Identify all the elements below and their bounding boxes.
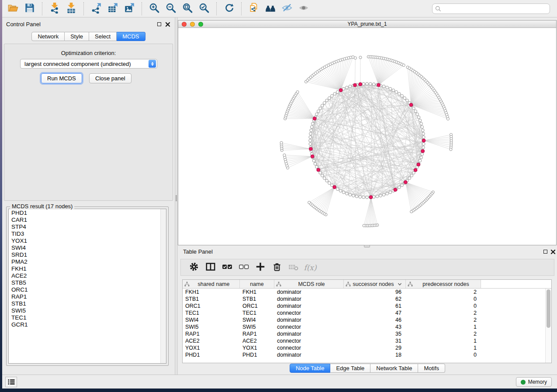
table-row[interactable]: ORC1ORC1dominator610	[183, 303, 545, 309]
table-cell: RAP1	[240, 330, 274, 337]
table-cell: dominator	[274, 303, 344, 309]
mcds-result-item[interactable]: TEC1	[11, 314, 166, 321]
table-cell: RAP1	[183, 330, 240, 337]
table-row[interactable]: ACE2ACE2connector311	[183, 337, 545, 344]
mcds-result-item[interactable]: STB1	[11, 300, 166, 307]
toolbar-separator	[83, 2, 84, 15]
deselect-all-button[interactable]	[237, 261, 251, 275]
column-header-mcds-role[interactable]: MCDS role	[274, 280, 344, 288]
float-icon	[157, 22, 161, 26]
split-panel-button[interactable]	[204, 261, 218, 275]
memory-button[interactable]: Memory	[516, 377, 552, 387]
export-table-icon	[107, 2, 118, 15]
run-mcds-button[interactable]: Run MCDS	[41, 73, 82, 83]
network-window-titlebar[interactable]: YPA_prune.txt_1	[178, 21, 556, 28]
task-history-button[interactable]	[5, 377, 17, 387]
table-scrollbar[interactable]	[545, 289, 551, 363]
table-cell: SWI5	[240, 323, 274, 330]
mcds-result-item[interactable]: SWI4	[11, 244, 166, 251]
maximize-window-icon[interactable]	[198, 22, 203, 27]
table-row[interactable]: FKH1FKH1dominator962	[183, 289, 545, 296]
save-session-button[interactable]	[22, 1, 37, 16]
zoom-in-icon	[149, 2, 160, 15]
table-scrollbar-thumb[interactable]	[547, 289, 550, 328]
export-image-icon	[124, 2, 135, 15]
split-panel-icon	[205, 261, 216, 274]
add-column-button[interactable]	[253, 261, 267, 275]
tab-network[interactable]: Network	[31, 32, 65, 41]
mcds-result-item[interactable]: PHD1	[11, 210, 166, 217]
hide-selected-button[interactable]	[280, 1, 294, 16]
float-table-panel-button[interactable]	[542, 248, 549, 255]
open-file-button[interactable]	[6, 1, 21, 16]
clone-network-button[interactable]	[246, 1, 261, 16]
mcds-result-item[interactable]: TID3	[11, 230, 166, 237]
tab-node-table[interactable]: Node Table	[290, 364, 331, 373]
horizontal-splitter-grip[interactable]	[364, 245, 370, 248]
close-control-panel-button[interactable]	[164, 21, 171, 28]
table-row[interactable]: YOX1YOX1connector291	[183, 344, 545, 351]
column-header-successor-nodes[interactable]: successor nodes	[344, 280, 406, 288]
mcds-result-item[interactable]: CAR1	[11, 217, 166, 224]
column-header-shared-name[interactable]: shared name	[183, 280, 240, 288]
mcds-result-item[interactable]: SRD1	[11, 251, 166, 258]
mcds-result-item[interactable]: STP4	[11, 224, 166, 230]
splitter-grip-icon[interactable]	[176, 195, 177, 201]
column-header-predecessor-nodes[interactable]: predecessor nodes	[406, 280, 481, 288]
table-cell: STB1	[183, 296, 240, 303]
delete-column-button[interactable]	[270, 261, 284, 275]
tab-edge-table[interactable]: Edge Table	[330, 364, 370, 373]
tab-style[interactable]: Style	[65, 32, 89, 41]
table-row[interactable]: RAP1RAP1dominator352	[183, 330, 545, 337]
zoom-selected-button[interactable]	[197, 1, 211, 16]
mcds-result-list[interactable]: PHD1CAR1STP4TID3YOX1SWI4SRD1PMA2FKH1ACE2…	[8, 209, 166, 364]
import-network-button[interactable]	[47, 1, 62, 16]
float-control-panel-button[interactable]	[156, 21, 163, 28]
mcds-list-scrollbar[interactable]	[160, 209, 166, 363]
table-cell: 0	[406, 303, 481, 309]
table-row[interactable]: STB1STB1dominator620	[183, 296, 545, 303]
tab-network-table[interactable]: Network Table	[370, 364, 418, 373]
mcds-result-item[interactable]: RAP1	[11, 293, 166, 300]
show-all-button[interactable]	[296, 1, 311, 16]
mcds-result-item[interactable]: STB5	[11, 279, 166, 286]
deselect-all-icon	[238, 261, 249, 274]
refresh-button[interactable]	[221, 1, 236, 16]
close-mcds-panel-button[interactable]: Close panel	[89, 73, 131, 83]
export-table-button[interactable]	[105, 1, 120, 16]
table-cell: 35	[344, 330, 406, 337]
close-window-icon[interactable]	[182, 22, 187, 27]
mcds-result-item[interactable]: FKH1	[11, 265, 166, 272]
minimize-window-icon[interactable]	[190, 22, 195, 27]
settings-gear-button[interactable]	[187, 261, 201, 275]
table-row[interactable]: TEC1TEC1connector472	[183, 309, 545, 316]
table-row[interactable]: SWI5SWI5connector431	[183, 323, 545, 330]
tab-select[interactable]: Select	[89, 32, 117, 41]
mcds-result-item[interactable]: SWI5	[11, 307, 166, 314]
tab-motifs[interactable]: Motifs	[418, 364, 445, 373]
close-table-panel-button[interactable]	[550, 248, 557, 255]
zoom-out-button[interactable]	[163, 1, 178, 16]
mcds-result-item[interactable]: ACE2	[11, 272, 166, 279]
mcds-result-item[interactable]: GCR1	[11, 321, 166, 328]
vertical-splitter[interactable]	[175, 17, 178, 375]
mcds-result-item[interactable]: PMA2	[11, 258, 166, 265]
clone-network-icon	[248, 2, 259, 15]
table-row[interactable]: PHD1PHD1dominator180	[183, 351, 545, 358]
tab-mcds[interactable]: MCDS	[117, 32, 145, 41]
mcds-result-item[interactable]: YOX1	[11, 237, 166, 244]
column-header-name[interactable]: name	[240, 280, 274, 288]
table-row[interactable]: SWI4SWI4dominator462	[183, 316, 545, 323]
select-all-button[interactable]	[220, 261, 234, 275]
first-neighbors-button[interactable]	[263, 1, 278, 16]
export-network-button[interactable]	[89, 1, 104, 16]
mcds-result-item[interactable]: ORC1	[11, 286, 166, 293]
search-input[interactable]	[432, 3, 550, 14]
import-table-button[interactable]	[64, 1, 79, 16]
network-canvas[interactable]	[178, 28, 556, 245]
zoom-in-button[interactable]	[147, 1, 162, 16]
export-image-button[interactable]	[122, 1, 137, 16]
table-cell: 18	[344, 351, 406, 358]
optimization-criterion-select[interactable]: largest connected component (undirected)	[20, 59, 157, 69]
zoom-fit-button[interactable]	[180, 1, 195, 16]
